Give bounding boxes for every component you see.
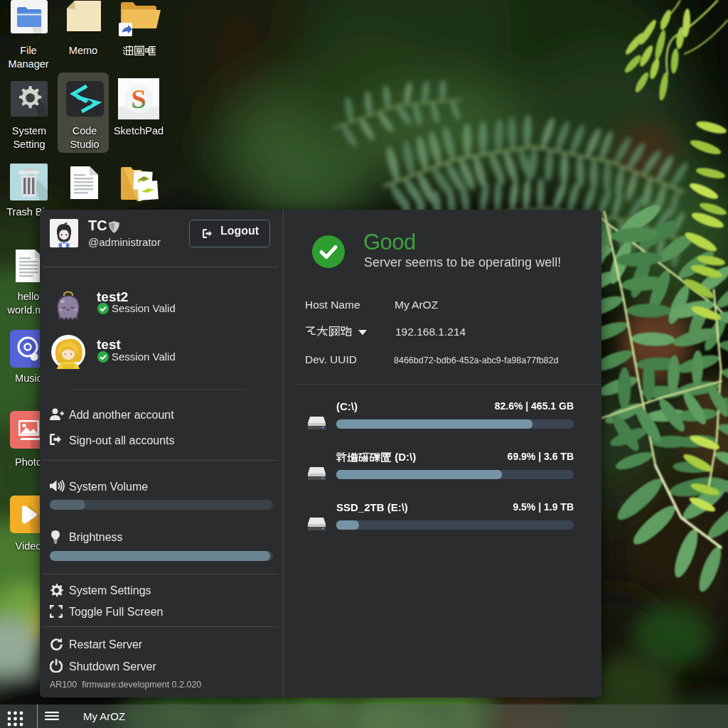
svg-text:S: S xyxy=(131,84,146,114)
